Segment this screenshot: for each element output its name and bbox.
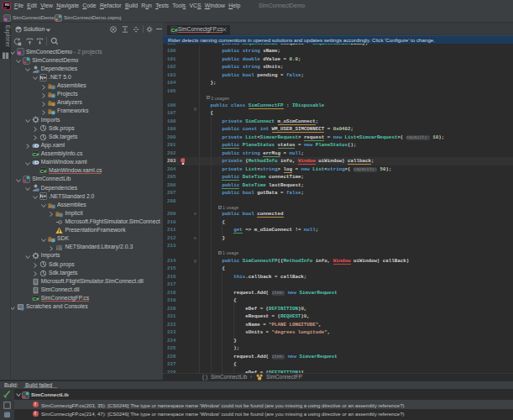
svg-text:C#: C# (32, 152, 39, 157)
svg-text:C#: C# (32, 297, 39, 302)
svg-text:C#: C# (40, 169, 47, 174)
svg-text:C#: C# (170, 28, 177, 33)
